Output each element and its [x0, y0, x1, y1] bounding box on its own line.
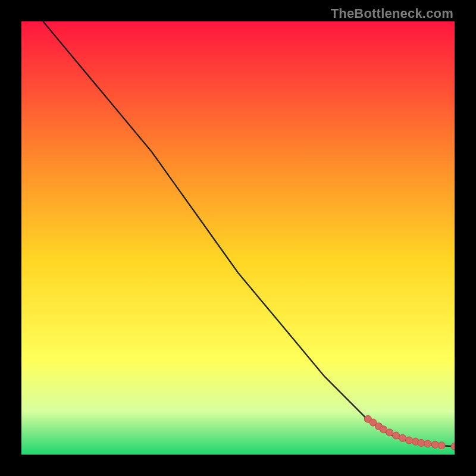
chart-svg — [21, 21, 455, 455]
chart-container: TheBottleneck.com — [0, 0, 476, 476]
watermark-text: TheBottleneck.com — [331, 6, 453, 21]
plot-area — [21, 21, 455, 455]
data-point — [438, 442, 445, 449]
data-point — [418, 439, 425, 446]
data-point — [431, 441, 439, 448]
data-point — [393, 432, 400, 439]
data-point — [399, 434, 406, 441]
data-point — [386, 429, 393, 436]
data-point — [406, 437, 413, 444]
gradient-background — [21, 21, 455, 455]
data-point — [424, 440, 431, 447]
